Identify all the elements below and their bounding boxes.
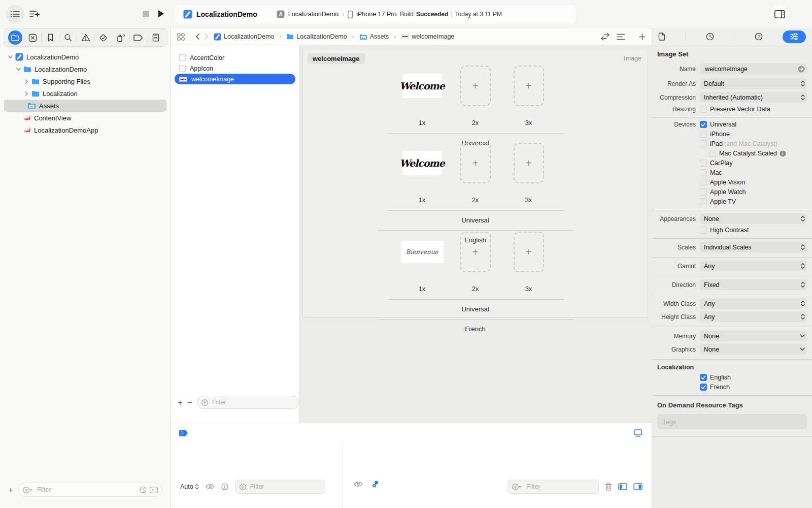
compression-popup[interactable]: Inherited (Automatic) — [700, 92, 807, 103]
high-contrast-checkbox[interactable] — [700, 227, 707, 234]
device-apple-vision-checkbox[interactable] — [700, 179, 707, 186]
tree-item-localization[interactable]: Localization — [0, 87, 171, 100]
device-apple-tv-checkbox[interactable] — [700, 198, 707, 205]
tree-item-project[interactable]: LocalizationDemo — [0, 51, 171, 63]
assets-tab-chip[interactable] — [179, 429, 188, 437]
device-preview-toggle[interactable] — [633, 429, 642, 437]
remove-asset-button[interactable]: − — [187, 398, 192, 407]
localization-english-checkbox[interactable] — [700, 374, 707, 381]
file-inspector-icon[interactable] — [658, 33, 665, 41]
asset-filter-field[interactable] — [197, 396, 299, 409]
device-universal-checkbox[interactable] — [700, 121, 707, 128]
odr-tags-input[interactable] — [657, 414, 807, 429]
navigator-filter-input[interactable] — [36, 486, 137, 494]
image-well-1x-filled[interactable]: Bienvenue — [401, 241, 444, 263]
device-iphone-checkbox[interactable] — [700, 131, 707, 138]
scheme-selector[interactable]: A LocalizationDemo › iPhone 17 Pro — [277, 10, 397, 18]
editor-options-icon[interactable] — [617, 34, 625, 40]
image-well-2x-empty[interactable]: + — [460, 232, 491, 272]
toggle-variables-view-icon[interactable] — [618, 483, 627, 490]
tree-item-contentview[interactable]: ContentView — [0, 112, 171, 124]
height-class-popup[interactable]: Any — [700, 311, 807, 322]
tab-issues[interactable] — [78, 34, 94, 42]
info-icon[interactable] — [221, 483, 228, 490]
activity-status[interactable]: Build Succeeded | Today at 3:11 PM — [400, 11, 502, 18]
eye-icon[interactable] — [206, 484, 215, 490]
console-scope-icon[interactable] — [372, 481, 379, 488]
tab-attributes-inspector[interactable] — [783, 30, 806, 43]
variables-filter-input[interactable] — [249, 483, 321, 491]
tree-item-group[interactable]: LocalizationDemo — [0, 63, 171, 75]
tab-find[interactable] — [60, 34, 76, 42]
recent-clock-icon[interactable] — [140, 486, 147, 493]
add-editor-icon[interactable] — [639, 34, 646, 40]
preserve-vector-checkbox[interactable] — [700, 106, 707, 113]
assistant-compose-button[interactable] — [29, 9, 41, 19]
arrow-circle-icon[interactable] — [798, 66, 805, 73]
localization-french-checkbox[interactable] — [700, 384, 707, 391]
width-class-popup[interactable]: Any — [700, 298, 807, 309]
tab-tests[interactable] — [95, 34, 111, 42]
history-inspector-icon[interactable] — [706, 33, 714, 41]
image-well-1x-filled[interactable]: Welcome — [402, 151, 442, 175]
image-well-1x-filled[interactable]: Welcome — [402, 74, 442, 98]
console-filter-field[interactable] — [507, 480, 599, 494]
asset-item-accentcolor[interactable]: AccentColor — [171, 52, 299, 63]
name-field[interactable] — [700, 64, 807, 74]
chevron-right-icon[interactable] — [23, 79, 29, 84]
image-well-3x-empty[interactable]: + — [514, 232, 544, 272]
device-mac-checkbox[interactable] — [700, 169, 707, 176]
toggle-inspector-button[interactable] — [770, 5, 789, 23]
device-mac-catalyst-scaled-checkbox[interactable] — [709, 150, 716, 157]
variables-filter-field[interactable] — [235, 480, 325, 494]
name-input[interactable] — [704, 65, 796, 73]
tab-project-navigator[interactable] — [7, 30, 23, 45]
related-items-grid-icon[interactable] — [177, 33, 185, 41]
console-filter-input[interactable] — [525, 483, 594, 491]
chevron-down-icon[interactable] — [7, 55, 13, 58]
auto-variables-selector[interactable]: Auto — [180, 483, 199, 490]
render-as-popup[interactable]: Default — [700, 78, 807, 89]
plus-minus-filter-icon[interactable] — [150, 487, 158, 493]
info-icon[interactable] — [780, 150, 786, 157]
breadcrumb-image-set[interactable]: welcomeImage — [401, 33, 454, 40]
window-tab[interactable]: LocalizationDemo A LocalizationDemo › iP… — [175, 5, 576, 24]
forward-chevron-icon[interactable] — [205, 34, 209, 40]
appearances-popup[interactable]: None — [700, 213, 807, 224]
tree-item-app[interactable]: LocalizationDemoApp — [0, 124, 171, 136]
tab-source-control[interactable] — [25, 34, 41, 42]
stop-button[interactable] — [143, 11, 149, 17]
graphics-dropdown[interactable]: None — [700, 344, 807, 355]
toggle-navigator-button[interactable] — [6, 5, 24, 23]
breadcrumb-assets[interactable]: Assets — [359, 33, 389, 40]
add-file-button[interactable]: + — [8, 486, 13, 494]
asset-filter-input[interactable] — [211, 398, 295, 406]
scales-popup[interactable]: Individual Scales — [700, 242, 807, 252]
device-apple-watch-checkbox[interactable] — [700, 188, 707, 196]
asset-item-appicon[interactable]: AppIcon — [171, 63, 299, 74]
image-well-3x-empty[interactable]: + — [514, 143, 544, 183]
eye-icon[interactable] — [354, 481, 363, 487]
tree-item-assets-selected[interactable]: Assets — [4, 100, 166, 112]
image-well-3x-empty[interactable]: + — [514, 66, 544, 106]
asset-item-welcomeimage-selected[interactable]: welcomeImage — [175, 74, 295, 84]
gamut-popup[interactable]: Any — [700, 261, 807, 271]
breadcrumb-project[interactable]: LocalizationDemo — [214, 33, 274, 41]
memory-dropdown[interactable]: None — [700, 331, 807, 341]
tab-bookmarks[interactable] — [42, 34, 58, 42]
image-well-2x-empty[interactable]: + — [460, 143, 491, 183]
tab-breakpoints[interactable] — [130, 35, 146, 41]
run-button[interactable] — [158, 10, 164, 18]
device-carplay-checkbox[interactable] — [700, 160, 707, 167]
tab-reports[interactable] — [148, 34, 164, 42]
breadcrumb-group[interactable]: LocalizationDemo — [286, 33, 347, 40]
chevron-down-icon[interactable] — [15, 68, 21, 71]
image-well-2x-empty[interactable]: + — [460, 66, 491, 106]
add-asset-button[interactable]: + — [178, 398, 183, 407]
chevron-right-icon[interactable] — [23, 91, 29, 96]
navigator-filter-field[interactable] — [18, 483, 162, 497]
toggle-console-view-icon[interactable] — [633, 483, 642, 490]
trash-icon[interactable] — [605, 483, 612, 491]
back-chevron-icon[interactable] — [195, 34, 199, 40]
direction-popup[interactable]: Fixed — [700, 279, 807, 290]
